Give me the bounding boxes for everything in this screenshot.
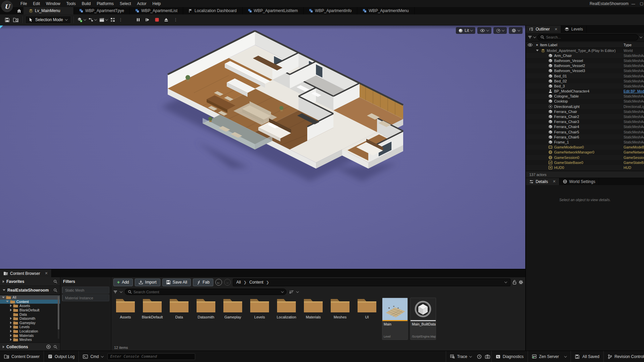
tab-wbp_apartmentlist[interactable]: WBP_ApartmentList [130, 7, 183, 14]
filter-pill[interactable]: Material Instance [62, 294, 109, 301]
tree-item-assets[interactable]: Assets [0, 304, 60, 308]
stop-button[interactable] [153, 16, 161, 23]
menu-item-edit[interactable]: Edit [30, 0, 43, 7]
close-icon[interactable]: ✕ [554, 27, 557, 32]
quick-settings-dropdown[interactable] [109, 16, 116, 24]
tree-item-materials[interactable]: Materials [0, 333, 60, 338]
tree-item-datasmith[interactable]: Datasmith [0, 316, 60, 321]
play-options-kebab[interactable]: ⋮ [172, 16, 179, 23]
tree-item-data[interactable]: Data [0, 312, 60, 316]
breadcrumb-segment[interactable]: Content [249, 280, 263, 285]
view-mode-dropdown[interactable]: Lit [456, 27, 475, 34]
forward-button[interactable]: → [224, 279, 231, 286]
outliner-search-input[interactable] [546, 35, 635, 39]
revision-control-button[interactable]: Revision Control [604, 351, 644, 362]
outliner-row[interactable]: Frame_1StaticMeshActor [526, 139, 644, 144]
outliner-row[interactable]: BP_ModelCharacter4Edit BP_Mod [526, 89, 644, 94]
tree-arrow-icon[interactable] [10, 334, 12, 337]
minimize-icon[interactable]: — [632, 2, 635, 6]
outliner-row[interactable]: Bathroom_Vessel3StaticMeshActor [526, 68, 644, 73]
home-icon[interactable] [15, 7, 23, 14]
menu-item-window[interactable]: Window [43, 0, 63, 7]
folder-tile-meshes[interactable]: Meshes [327, 298, 353, 319]
tab-lv_mainmenu[interactable]: Lv_MainMenu [23, 7, 74, 14]
pause-button[interactable] [135, 16, 142, 23]
tree-arrow-icon[interactable] [10, 338, 12, 341]
outliner-row[interactable]: CooktopStaticMeshActor [526, 99, 644, 104]
breadcrumb[interactable]: All❯Content❯ [233, 279, 511, 286]
cinematics-dropdown[interactable] [98, 16, 109, 24]
expand-arrow-icon[interactable] [536, 50, 539, 51]
selection-mode-dropdown[interactable]: Selection Mode [25, 16, 71, 24]
outliner-row[interactable]: GameNetworkManager0GameNetworkManager [526, 150, 644, 155]
outliner-row[interactable]: Ferrara_Chair5StaticMeshActor [526, 129, 644, 134]
folder-tile-materials[interactable]: Materials [301, 298, 326, 319]
tab-world-settings[interactable]: World Settings [559, 178, 599, 185]
view-adjust-dropdown[interactable] [493, 27, 507, 34]
outliner-row[interactable]: Bed_02StaticMeshActor [526, 78, 644, 83]
tab-details[interactable]: Details✕ [526, 178, 559, 185]
tree-item-gameplay[interactable]: Gameplay [0, 321, 60, 325]
path-dropdown-icon[interactable] [504, 280, 507, 283]
sort-icon[interactable] [289, 290, 294, 294]
outliner-row[interactable]: GameStateBase0GameStateBase [526, 160, 644, 165]
actor-type[interactable]: Edit BP_Mod [624, 89, 644, 93]
content-search-input[interactable] [133, 290, 280, 294]
outliner-row[interactable]: Ferrara_Chair6StaticMeshActor [526, 134, 644, 139]
tree-arrow-icon[interactable] [10, 330, 12, 333]
outliner-row[interactable]: DirectionalLightDirectionalLight [526, 104, 644, 109]
folder-tile-data[interactable]: Data [166, 298, 192, 319]
outliner-row[interactable]: Bathroom_VesselStaticMeshActor [526, 58, 644, 63]
outliner-row[interactable]: Bathroom_Vessel2StaticMeshActor [526, 63, 644, 68]
outliner-row[interactable]: Bed_3StaticMeshActor [526, 83, 644, 88]
tab-wbp_apartmentlistitem[interactable]: WBP_ApartmentListItem [243, 7, 304, 14]
search-icon[interactable] [53, 345, 57, 349]
project-source-header[interactable]: RealEstateShowroom [0, 286, 60, 295]
outliner-row[interactable]: GameModeBase0GameModeBase [526, 145, 644, 150]
breadcrumb-segment[interactable]: All [236, 280, 241, 285]
tab-content-browser[interactable]: Content Browser✕ [0, 269, 52, 277]
output-log-button[interactable]: Output Log [44, 351, 78, 362]
folder-tile-levels[interactable]: Levels [247, 298, 272, 319]
folder-tile-blankdefault[interactable]: BlankDefault [140, 298, 165, 319]
outliner-row[interactable]: Ferrara_Chair4StaticMeshActor [526, 124, 644, 129]
tree-item-levels[interactable]: Levels [0, 325, 60, 329]
menu-item-help[interactable]: Help [149, 0, 164, 7]
menu-item-build[interactable]: Build [79, 0, 94, 7]
tree-item-localization[interactable]: Localization [0, 329, 60, 334]
outliner-row[interactable]: GameSession0GameSession [526, 155, 644, 160]
filter-funnel-icon[interactable] [113, 290, 117, 294]
tree-arrow-icon[interactable] [10, 325, 12, 328]
maximize-icon[interactable]: ▢ [640, 1, 643, 6]
all-saved-button[interactable]: All Saved [571, 351, 603, 362]
tree-arrow-icon[interactable] [10, 309, 12, 311]
save-button[interactable] [3, 16, 11, 24]
tree-item-all[interactable]: All [0, 295, 60, 300]
search-icon[interactable] [53, 280, 57, 284]
favorites-header[interactable]: Favorites [0, 277, 60, 286]
settings-gear-icon[interactable] [519, 280, 523, 285]
content-search[interactable] [125, 289, 286, 295]
outliner-filter-icon[interactable] [528, 35, 532, 39]
close-icon[interactable]: ✕ [553, 179, 556, 184]
tab-wbp_apartmentmenu[interactable]: WBP_ApartmentMenu [357, 7, 414, 14]
outliner-row[interactable]: Model_Apartment_Type_A (Play In Editor)W… [526, 48, 644, 53]
folder-tile-localization[interactable]: Localization [274, 298, 299, 319]
viewport-settings-dropdown[interactable] [509, 27, 523, 34]
tree-arrow-icon[interactable] [6, 301, 9, 302]
tab-localization dashboard[interactable]: Localization Dashboard [183, 7, 242, 14]
asset-tile-main_builtdata[interactable]: Main_BuiltData/Script/Engine.Map... [410, 298, 436, 340]
search-icon[interactable] [53, 288, 57, 292]
insights-icon[interactable] [477, 354, 482, 359]
filter-pill[interactable]: Static Mesh [62, 287, 109, 294]
outliner-column-headers[interactable]: ★ Item Label Type [526, 42, 644, 48]
outliner-row[interactable]: Arm_ChairStaticMeshActor [526, 53, 644, 58]
tab-outliner[interactable]: Outliner✕ [526, 25, 561, 33]
folder-tile-assets[interactable]: Assets [113, 298, 138, 319]
outliner-row[interactable]: Ferrara_Chair3StaticMeshActor [526, 119, 644, 124]
folder-tile-gameplay[interactable]: Gameplay [220, 298, 246, 319]
tree-item-blankdefault[interactable]: BlankDefault [0, 308, 60, 312]
console-command-input[interactable] [107, 353, 195, 360]
tab-wbp_apartmenttpye[interactable]: WBP_ApartmentTpye [74, 7, 130, 14]
asset-tile-main[interactable]: MainLevel [382, 298, 408, 340]
